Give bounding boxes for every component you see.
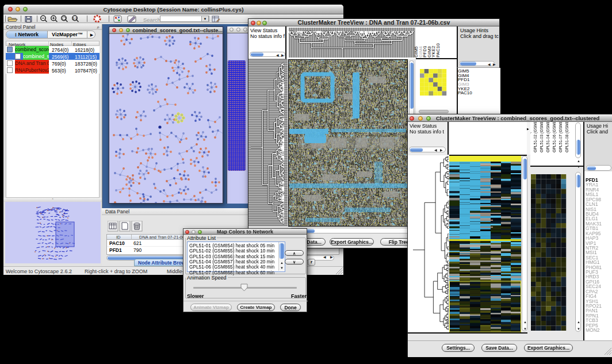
svg-text:1:1: 1:1 [73,17,77,20]
